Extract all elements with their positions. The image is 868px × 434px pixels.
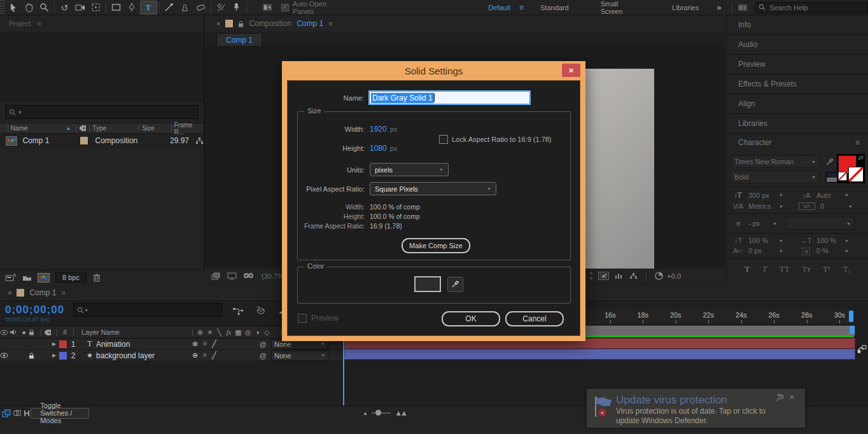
character-menu-icon[interactable]: ≡ [855,138,860,147]
clone-stamp-tool-icon[interactable] [177,1,193,14]
layer-color-swatch[interactable] [59,340,67,348]
label-column-icon[interactable] [44,329,53,336]
comp-label-color-swatch[interactable] [225,20,233,27]
all-caps-button[interactable]: TT [780,264,790,274]
column-name[interactable]: Name [11,125,66,132]
notification-close-icon[interactable]: × [789,391,795,402]
new-composition-icon[interactable] [38,274,49,282]
brush-tool-icon[interactable] [162,1,178,14]
preview-checkbox[interactable] [298,314,307,323]
panel-tab-audio[interactable]: Audio [727,35,868,55]
tsume-caret[interactable]: ▼ [844,249,849,253]
effects-column-icon[interactable]: fx [224,328,234,336]
motion-blur-column-icon[interactable]: ◎ [243,328,253,337]
pen-tool-icon[interactable] [124,1,140,14]
tracking-value[interactable]: 0 [818,202,846,210]
expand-layers-icon[interactable] [2,409,11,417]
layer-row-2[interactable]: ▶ 2 ★ background layer ⊕ ✳ ╱ @ None▼ [0,350,344,361]
pan-behind-tool-icon[interactable] [88,1,104,14]
small-caps-button[interactable]: Tт [802,264,811,274]
timeline-tab-label[interactable]: Comp 1 [29,288,56,297]
workspace-settings-icon[interactable] [734,1,750,14]
roto-brush-tool-icon[interactable] [213,1,229,14]
timeline-search-field[interactable]: ▼ [73,303,222,317]
project-search-field[interactable]: ▼ [5,105,199,119]
panel-tab-align[interactable]: Align [727,94,868,114]
hand-tool-icon[interactable] [20,1,36,14]
expand-arrow-icon[interactable]: ▶ [49,353,59,358]
zoom-out-mountain-icon[interactable]: ▲ [363,410,368,416]
shy-column-icon[interactable]: ⊕ [195,328,205,337]
column-type[interactable]: Type [92,125,136,132]
text-tool-icon[interactable]: T [140,1,157,15]
trash-icon[interactable] [93,274,101,282]
interpret-footage-icon[interactable] [5,274,16,281]
panel-tab-libraries[interactable]: Libraries [727,114,868,134]
rotation-tool-icon[interactable]: ↺ [57,1,73,14]
faux-italic-button[interactable]: T [762,264,767,274]
anchor-switch-icon[interactable]: ⊕ [190,351,200,360]
workspace-tab-standard[interactable]: Standard [531,4,578,11]
timeline-zoom-slider[interactable] [372,412,391,414]
eraser-tool-icon[interactable] [193,1,209,14]
kerning-value[interactable]: Metrics [748,202,776,210]
superscript-button[interactable]: T¹ [823,264,830,274]
comp-viewer-tab[interactable]: Comp 1 [216,33,262,46]
stroke-width-caret[interactable]: ▼ [773,221,777,226]
help-search-input[interactable] [768,3,860,12]
panel-tab-effects-presets[interactable]: Effects & Presets [727,74,868,94]
lock-icon[interactable] [238,20,244,27]
help-search-field[interactable] [755,2,868,13]
column-frame-rate[interactable]: Frame R... [174,122,204,136]
no-fill-swatch[interactable] [838,172,847,181]
comp-panel-active-comp[interactable]: Comp 1 [297,19,323,28]
number-column-header[interactable]: # [59,328,71,336]
threed-column-icon[interactable]: ◇ [262,328,272,337]
timeline-label-swatch[interactable] [17,289,24,297]
workspace-tab-small-screen[interactable]: Small Screen [592,0,649,15]
timeline-close-icon[interactable]: × [8,289,11,297]
font-size-value[interactable]: 300 px [748,192,776,199]
workspace-tab-libraries[interactable]: Libraries [663,4,708,11]
panel-close-icon[interactable]: × [216,20,220,27]
subscript-button[interactable]: T₁ [843,264,851,274]
make-comp-size-button[interactable]: Make Comp Size [402,238,470,253]
panel-tab-character[interactable]: Character ≡ [727,134,868,151]
exposure-value[interactable]: +0.0 [667,272,681,280]
composition-mini-flowchart-icon[interactable] [232,307,244,316]
project-panel-title[interactable]: Project [9,20,31,27]
leading-value[interactable]: Auto [816,192,842,199]
workspace-panel-icon[interactable] [259,1,275,14]
auto-open-panels-checkbox[interactable]: ✓ [281,4,289,11]
blend-modes-icon[interactable] [13,409,21,417]
font-family-select[interactable]: Times New Roman▼ [731,155,820,168]
baseline-shift-caret[interactable]: ▼ [779,249,783,253]
zoom-slider-knob[interactable] [375,410,381,416]
width-value[interactable]: 1920 [370,125,387,134]
leading-caret[interactable]: ▼ [844,193,849,197]
font-size-caret[interactable]: ▼ [779,193,783,197]
flowchart-icon[interactable] [195,137,204,144]
transparency-grid-icon[interactable] [598,272,609,280]
zoom-in-mountain-icon[interactable]: ▲▲ [395,409,406,417]
dialog-close-button[interactable]: × [562,64,580,77]
layer-name-column-header[interactable]: Layer Name [76,328,190,336]
pick-whip-icon[interactable]: @ [255,352,271,360]
layer-bar-background[interactable] [344,349,855,360]
pixel-aspect-ratio-select[interactable]: Square Pixels▼ [370,182,496,195]
workspace-tab-default[interactable]: Default [479,4,519,11]
workspace-overflow-chevron[interactable]: » [717,3,721,12]
ok-button[interactable]: OK [442,311,500,326]
zoom-tool-icon[interactable] [36,1,52,14]
toolbar-grip[interactable] [0,0,5,15]
mini-flowchart-icon[interactable] [629,272,638,279]
project-item-name[interactable]: Comp 1 [22,136,75,145]
collapse-column-icon[interactable]: ✳ [205,328,214,337]
units-select[interactable]: pixels▼ [370,163,449,176]
notification-settings-wrench-icon[interactable] [775,394,783,402]
frame-blend-column-icon[interactable]: ▦ [234,328,243,337]
font-eyedropper-icon[interactable] [826,158,834,165]
cancel-button[interactable]: Cancel [505,311,564,326]
vertical-scale-value[interactable]: 100 % [748,237,776,244]
comp-panel-menu-icon[interactable]: ≡ [328,20,332,27]
